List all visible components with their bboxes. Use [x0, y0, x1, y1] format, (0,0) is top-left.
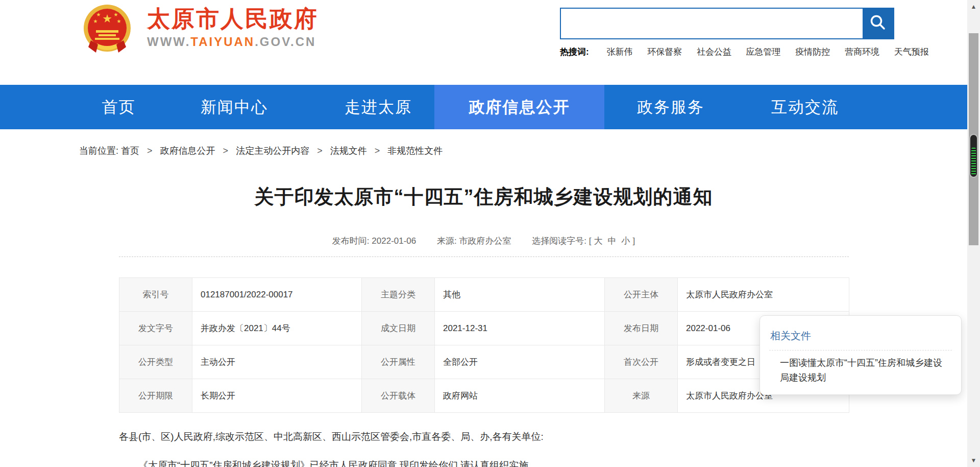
breadcrumb: 当前位置: 首页 > 政府信息公开 > 法定主动公开内容 > 法规文件 > 非规…: [79, 145, 443, 157]
article-paragraph: 《太原市“十四五”住房和城乡建设规划》已经市人民政府同意,现印发给你们,请认真组…: [119, 458, 849, 467]
hot-search-keyword[interactable]: 营商环境: [845, 47, 879, 57]
search-icon: [869, 13, 887, 34]
nav-item-gov-info-disclosure[interactable]: 政府信息公开: [434, 85, 604, 129]
breadcrumb-item-non-normative[interactable]: 非规范性文件: [387, 146, 443, 156]
search-bar: [560, 8, 894, 39]
vertical-scrollbar[interactable]: ▲ ▼: [967, 0, 980, 467]
svg-text:★: ★: [96, 12, 101, 17]
info-label: 公开主体: [605, 278, 678, 312]
info-label: 发布日期: [605, 312, 678, 345]
font-size-large[interactable]: 大: [594, 236, 602, 246]
info-label: 发文字号: [119, 312, 192, 345]
svg-text:★: ★: [117, 18, 121, 24]
site-logo[interactable]: ★ ★ ★ ★ ★ 太原市人民政府 WWW.TAIYUAN.GOV.CN: [82, 4, 318, 57]
document-info-table: 索引号 012187001/2022-00017 主题分类 其他 公开主体 太原…: [119, 277, 849, 413]
table-row: 索引号 012187001/2022-00017 主题分类 其他 公开主体 太原…: [119, 278, 849, 312]
hot-search-keyword[interactable]: 应急管理: [746, 47, 781, 57]
info-value: 主动公开: [192, 345, 362, 379]
publish-time-label: 发布时间:: [332, 236, 370, 246]
hot-search-keyword[interactable]: 环保督察: [647, 47, 682, 57]
breadcrumb-separator: >: [317, 146, 323, 156]
info-value: 太原市人民政府办公室: [678, 278, 849, 312]
info-label: 来源: [605, 379, 678, 413]
svg-text:★: ★: [114, 12, 118, 17]
info-label: 公开载体: [362, 379, 435, 413]
source-label: 来源:: [437, 236, 457, 246]
font-size-bracket: ]: [632, 236, 635, 246]
nav-item-home[interactable]: 首页: [61, 85, 176, 129]
article-paragraph: 各县(市、区)人民政府,综改示范区、中北高新区、西山示范区管委会,市直各委、局、…: [119, 429, 849, 445]
related-documents-popup: 相关文件 一图读懂太原市“十四五”住房和城乡建设局建设规划: [760, 315, 962, 395]
nav-item-interaction[interactable]: 互动交流: [737, 85, 873, 129]
search-button[interactable]: [863, 9, 893, 38]
font-size-label: 选择阅读字号:: [532, 236, 586, 246]
breadcrumb-separator: >: [147, 146, 153, 156]
scroll-marker-stripes: [971, 148, 976, 175]
info-label: 成文日期: [362, 312, 435, 345]
scroll-down-icon[interactable]: ▼: [967, 457, 980, 464]
hot-search-keyword[interactable]: 张新伟: [606, 47, 632, 57]
nav-item-gov-services[interactable]: 政务服务: [604, 85, 737, 129]
popup-title: 相关文件: [770, 329, 961, 343]
info-value: 政府网站: [435, 379, 605, 413]
info-label: 公开类型: [119, 345, 192, 379]
breadcrumb-item-home[interactable]: 首页: [121, 146, 139, 156]
info-value: 全部公开: [435, 345, 605, 379]
svg-text:★: ★: [102, 12, 112, 25]
popup-divider: [769, 350, 952, 351]
info-label: 索引号: [119, 278, 192, 312]
table-row: 发文字号 并政办发〔2021〕44号 成文日期 2021-12-31 发布日期 …: [119, 312, 849, 345]
dashed-divider: [119, 256, 849, 257]
nav-item-news-center[interactable]: 新闻中心: [176, 85, 292, 129]
breadcrumb-separator: >: [375, 146, 380, 156]
hot-search-keyword[interactable]: 社会公益: [697, 47, 731, 57]
info-value: 其他: [435, 278, 605, 312]
breadcrumb-item-regulations[interactable]: 法规文件: [330, 146, 367, 156]
info-value: 2021-12-31: [435, 312, 605, 345]
related-doc-link[interactable]: 一图读懂太原市“十四五”住房和城乡建设局建设规划: [780, 356, 949, 385]
svg-text:★: ★: [93, 18, 98, 24]
breadcrumb-item-statutory-content[interactable]: 法定主动公开内容: [236, 146, 309, 156]
source-value: 市政府办公室: [459, 236, 511, 246]
page-header: ★ ★ ★ ★ ★ 太原市人民政府 WWW.TAIYUAN.GOV.CN: [0, 0, 967, 85]
info-value: 并政办发〔2021〕44号: [192, 312, 362, 345]
breadcrumb-separator: >: [223, 146, 229, 156]
table-row: 公开类型 主动公开 公开属性 全部公开 首次公开 形成或者变更之日: [119, 345, 849, 379]
font-size-bracket: [: [589, 236, 592, 246]
scroll-up-icon[interactable]: ▲: [967, 3, 980, 10]
breadcrumb-item-gov-info[interactable]: 政府信息公开: [160, 146, 215, 156]
publish-time-value: 2022-01-06: [372, 236, 416, 246]
scroll-marker-widget: [969, 134, 978, 178]
hot-search-bar: 热搜词: 张新伟 环保督察 社会公益 应急管理 疫情防控 营商环境 天气预报: [560, 46, 941, 58]
hot-search-label: 热搜词:: [560, 47, 589, 57]
search-input[interactable]: [561, 9, 863, 38]
hot-search-keyword[interactable]: 天气预报: [894, 47, 929, 57]
nav-item-about-taiyuan[interactable]: 走进太原: [307, 85, 449, 129]
main-nav: 首页 新闻中心 走进太原 政府信息公开 政务服务 互动交流: [0, 85, 967, 129]
info-value: 012187001/2022-00017: [192, 278, 362, 312]
info-label: 公开期限: [119, 379, 192, 413]
table-row: 公开期限 长期公开 公开载体 政府网站 来源 太原市人民政府办公室: [119, 379, 849, 413]
font-size-small[interactable]: 小: [621, 236, 630, 246]
national-emblem-icon: ★ ★ ★ ★ ★: [82, 4, 133, 57]
hot-search-keyword[interactable]: 疫情防控: [795, 47, 830, 57]
breadcrumb-label: 当前位置:: [79, 146, 118, 156]
info-label: 首次公开: [605, 345, 678, 379]
info-label: 公开属性: [362, 345, 435, 379]
info-label: 主题分类: [362, 278, 435, 312]
article-meta: 发布时间: 2022-01-06 来源: 市政府办公室 选择阅读字号: [大中小…: [0, 235, 967, 247]
site-name: 太原市人民政府: [147, 6, 318, 32]
site-url: WWW.TAIYUAN.GOV.CN: [147, 35, 318, 49]
page-title: 关于印发太原市“十四五”住房和城乡建设规划的通知: [0, 184, 967, 210]
info-value: 长期公开: [192, 379, 362, 413]
font-size-medium[interactable]: 中: [607, 236, 616, 246]
